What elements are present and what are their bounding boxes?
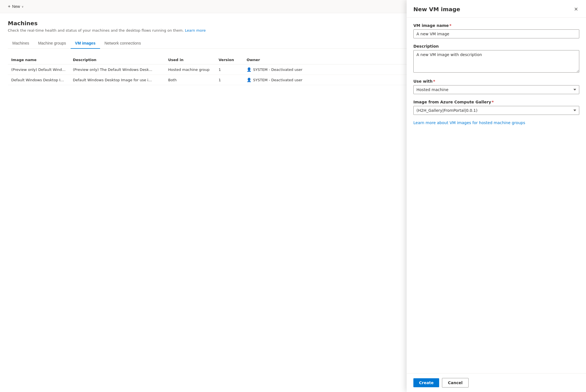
- close-button[interactable]: ✕: [573, 6, 579, 13]
- cell-image-name-1: (Preview only) Default Windo...: [8, 68, 70, 72]
- user-icon: 👤: [247, 67, 251, 72]
- cancel-button[interactable]: Cancel: [442, 378, 468, 388]
- plus-icon: +: [8, 4, 10, 9]
- new-vm-image-panel: New VM image ✕ VM image name* Descriptio…: [407, 0, 586, 392]
- col-image-name: Image name: [8, 58, 70, 62]
- use-with-label: Use with*: [413, 79, 579, 83]
- learn-more-link[interactable]: Learn more: [185, 28, 206, 33]
- gallery-label: Image from Azure Compute Gallery*: [413, 100, 579, 104]
- vm-images-learn-more-link[interactable]: Learn more about VM images for hosted ma…: [413, 120, 525, 125]
- required-marker: *: [449, 23, 451, 28]
- tab-vm-images[interactable]: VM images: [71, 38, 100, 49]
- create-button[interactable]: Create: [413, 378, 439, 387]
- panel-footer: Create Cancel: [407, 373, 586, 392]
- panel-title: New VM image: [413, 6, 460, 13]
- cell-owner-2: 👤 SYSTEM - Deactivated user: [243, 78, 305, 82]
- col-owner: Owner: [243, 58, 305, 62]
- panel-body: VM image name* Description A new VM imag…: [407, 18, 586, 373]
- col-description: Description: [70, 58, 165, 62]
- required-marker: *: [433, 79, 435, 83]
- cell-version-1: 1: [215, 68, 243, 72]
- cell-used-in-1: Hosted machine group: [165, 68, 215, 72]
- description-textarea[interactable]: A new VM image with description: [413, 50, 579, 73]
- cell-image-name-2: Default Windows Desktop I...: [8, 78, 70, 82]
- use-with-select[interactable]: Hosted machine Hosted machine group Both: [413, 85, 579, 94]
- tab-machines[interactable]: Machines: [8, 38, 34, 49]
- new-button[interactable]: + New ∨: [6, 3, 26, 10]
- description-group: Description A new VM image with descript…: [413, 44, 579, 73]
- vm-image-name-label: VM image name*: [413, 23, 579, 28]
- tab-network-connections[interactable]: Network connections: [100, 38, 145, 49]
- tab-machine-groups[interactable]: Machine groups: [34, 38, 71, 49]
- vm-image-name-group: VM image name*: [413, 23, 579, 38]
- chevron-down-icon: ∨: [22, 5, 24, 8]
- user-icon: 👤: [247, 78, 251, 82]
- required-marker: *: [492, 100, 494, 104]
- cell-used-in-2: Both: [165, 78, 215, 82]
- description-label: Description: [413, 44, 579, 48]
- gallery-select[interactable]: (H2H_Gallery|FromPortal|0.0.1): [413, 106, 579, 115]
- use-with-group: Use with* Hosted machine Hosted machine …: [413, 79, 579, 94]
- cell-version-2: 1: [215, 78, 243, 82]
- vm-image-name-input[interactable]: [413, 29, 579, 38]
- col-version: Version: [215, 58, 243, 62]
- col-used-in: Used in: [165, 58, 215, 62]
- new-button-label: New: [12, 4, 20, 9]
- cell-description-2: Default Windows Desktop Image for use i.…: [70, 78, 165, 82]
- panel-header: New VM image ✕: [407, 0, 586, 18]
- gallery-group: Image from Azure Compute Gallery* (H2H_G…: [413, 100, 579, 115]
- cell-owner-1: 👤 SYSTEM - Deactivated user: [243, 67, 305, 72]
- cell-description-1: (Preview only) The Default Windows Desk.…: [70, 68, 165, 72]
